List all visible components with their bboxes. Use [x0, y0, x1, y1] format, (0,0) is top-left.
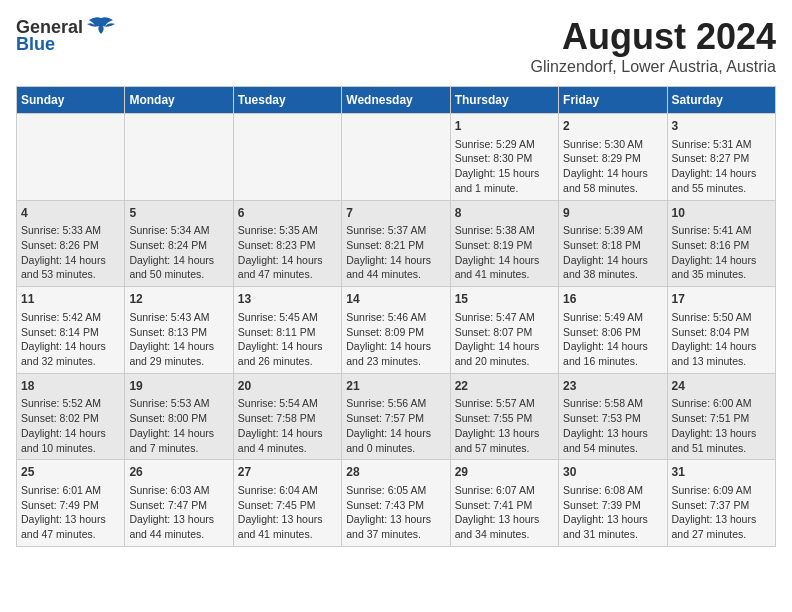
day-info: Sunrise: 6:09 AM — [672, 483, 771, 498]
day-info: and 1 minute. — [455, 181, 554, 196]
day-info: Daylight: 14 hours — [672, 253, 771, 268]
day-info: Sunset: 7:49 PM — [21, 498, 120, 513]
table-row — [342, 114, 450, 201]
day-info: Sunset: 8:26 PM — [21, 238, 120, 253]
day-info: and 10 minutes. — [21, 441, 120, 456]
table-row: 7Sunrise: 5:37 AMSunset: 8:21 PMDaylight… — [342, 200, 450, 287]
header-wednesday: Wednesday — [342, 87, 450, 114]
day-number: 4 — [21, 205, 120, 222]
day-info: and 7 minutes. — [129, 441, 228, 456]
table-row: 21Sunrise: 5:56 AMSunset: 7:57 PMDayligh… — [342, 373, 450, 460]
day-info: Daylight: 14 hours — [455, 339, 554, 354]
day-info: and 4 minutes. — [238, 441, 337, 456]
day-info: Daylight: 14 hours — [563, 166, 662, 181]
day-info: Sunrise: 5:39 AM — [563, 223, 662, 238]
day-info: Daylight: 15 hours — [455, 166, 554, 181]
page-title: August 2024 — [531, 16, 776, 58]
day-info: Daylight: 14 hours — [238, 339, 337, 354]
day-info: and 37 minutes. — [346, 527, 445, 542]
day-info: Daylight: 14 hours — [21, 426, 120, 441]
day-info: and 57 minutes. — [455, 441, 554, 456]
day-info: Daylight: 14 hours — [563, 339, 662, 354]
day-info: Sunrise: 5:31 AM — [672, 137, 771, 152]
day-number: 18 — [21, 378, 120, 395]
day-info: Daylight: 14 hours — [455, 253, 554, 268]
logo: General Blue — [16, 16, 115, 55]
day-info: and 51 minutes. — [672, 441, 771, 456]
table-row: 16Sunrise: 5:49 AMSunset: 8:06 PMDayligh… — [559, 287, 667, 374]
header-friday: Friday — [559, 87, 667, 114]
table-row: 6Sunrise: 5:35 AMSunset: 8:23 PMDaylight… — [233, 200, 341, 287]
day-info: Sunrise: 6:00 AM — [672, 396, 771, 411]
day-number: 20 — [238, 378, 337, 395]
day-info: Daylight: 14 hours — [563, 253, 662, 268]
day-info: Sunset: 8:18 PM — [563, 238, 662, 253]
day-info: Sunset: 7:37 PM — [672, 498, 771, 513]
day-info: Sunrise: 5:35 AM — [238, 223, 337, 238]
day-info: and 54 minutes. — [563, 441, 662, 456]
day-info: Sunset: 8:04 PM — [672, 325, 771, 340]
day-info: Daylight: 14 hours — [129, 253, 228, 268]
table-row — [233, 114, 341, 201]
day-info: Sunset: 8:07 PM — [455, 325, 554, 340]
table-row: 11Sunrise: 5:42 AMSunset: 8:14 PMDayligh… — [17, 287, 125, 374]
day-info: Sunrise: 5:56 AM — [346, 396, 445, 411]
table-row: 27Sunrise: 6:04 AMSunset: 7:45 PMDayligh… — [233, 460, 341, 547]
day-info: and 50 minutes. — [129, 267, 228, 282]
table-row: 29Sunrise: 6:07 AMSunset: 7:41 PMDayligh… — [450, 460, 558, 547]
day-number: 7 — [346, 205, 445, 222]
day-info: and 53 minutes. — [21, 267, 120, 282]
day-number: 16 — [563, 291, 662, 308]
day-number: 24 — [672, 378, 771, 395]
table-row: 8Sunrise: 5:38 AMSunset: 8:19 PMDaylight… — [450, 200, 558, 287]
day-info: Sunset: 8:30 PM — [455, 151, 554, 166]
table-row: 4Sunrise: 5:33 AMSunset: 8:26 PMDaylight… — [17, 200, 125, 287]
day-info: Sunrise: 6:01 AM — [21, 483, 120, 498]
day-info: Daylight: 14 hours — [129, 339, 228, 354]
header-thursday: Thursday — [450, 87, 558, 114]
day-number: 2 — [563, 118, 662, 135]
day-info: Sunset: 8:00 PM — [129, 411, 228, 426]
calendar-week-row: 1Sunrise: 5:29 AMSunset: 8:30 PMDaylight… — [17, 114, 776, 201]
day-info: and 31 minutes. — [563, 527, 662, 542]
page-subtitle: Glinzendorf, Lower Austria, Austria — [531, 58, 776, 76]
day-number: 17 — [672, 291, 771, 308]
table-row: 24Sunrise: 6:00 AMSunset: 7:51 PMDayligh… — [667, 373, 775, 460]
table-row — [125, 114, 233, 201]
day-info: Sunset: 8:02 PM — [21, 411, 120, 426]
day-info: Sunrise: 5:33 AM — [21, 223, 120, 238]
day-info: Sunset: 7:53 PM — [563, 411, 662, 426]
calendar-week-row: 11Sunrise: 5:42 AMSunset: 8:14 PMDayligh… — [17, 287, 776, 374]
day-info: and 26 minutes. — [238, 354, 337, 369]
day-info: Sunset: 8:21 PM — [346, 238, 445, 253]
table-row: 22Sunrise: 5:57 AMSunset: 7:55 PMDayligh… — [450, 373, 558, 460]
day-info: Sunrise: 5:37 AM — [346, 223, 445, 238]
day-number: 30 — [563, 464, 662, 481]
table-row — [17, 114, 125, 201]
day-info: Sunset: 8:13 PM — [129, 325, 228, 340]
day-info: Daylight: 13 hours — [672, 512, 771, 527]
day-info: Sunrise: 6:07 AM — [455, 483, 554, 498]
day-info: and 20 minutes. — [455, 354, 554, 369]
day-info: Sunrise: 5:49 AM — [563, 310, 662, 325]
table-row: 9Sunrise: 5:39 AMSunset: 8:18 PMDaylight… — [559, 200, 667, 287]
day-info: Sunrise: 5:52 AM — [21, 396, 120, 411]
day-info: Daylight: 13 hours — [563, 512, 662, 527]
day-number: 14 — [346, 291, 445, 308]
day-info: Sunset: 7:47 PM — [129, 498, 228, 513]
day-number: 1 — [455, 118, 554, 135]
table-row: 30Sunrise: 6:08 AMSunset: 7:39 PMDayligh… — [559, 460, 667, 547]
day-info: and 0 minutes. — [346, 441, 445, 456]
header-sunday: Sunday — [17, 87, 125, 114]
table-row: 23Sunrise: 5:58 AMSunset: 7:53 PMDayligh… — [559, 373, 667, 460]
day-info: Sunset: 8:09 PM — [346, 325, 445, 340]
day-info: and 55 minutes. — [672, 181, 771, 196]
day-info: Sunset: 8:27 PM — [672, 151, 771, 166]
day-info: Daylight: 13 hours — [346, 512, 445, 527]
day-info: Sunset: 7:39 PM — [563, 498, 662, 513]
day-info: and 23 minutes. — [346, 354, 445, 369]
calendar-week-row: 18Sunrise: 5:52 AMSunset: 8:02 PMDayligh… — [17, 373, 776, 460]
table-row: 28Sunrise: 6:05 AMSunset: 7:43 PMDayligh… — [342, 460, 450, 547]
day-number: 21 — [346, 378, 445, 395]
day-info: Sunrise: 5:30 AM — [563, 137, 662, 152]
